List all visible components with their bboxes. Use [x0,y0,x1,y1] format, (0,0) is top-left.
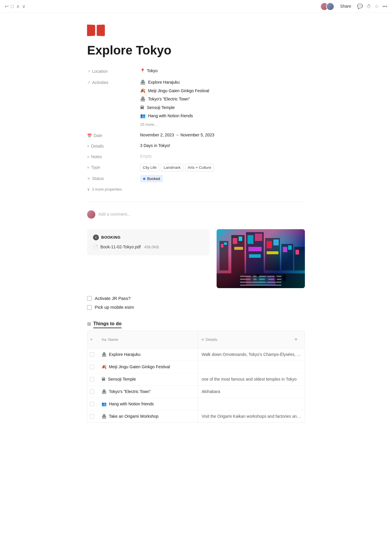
row-name-4[interactable]: Hang with Notion friends [109,401,154,407]
type-label[interactable]: ≡ Type [87,164,140,171]
details-icon: ≡ [87,143,89,149]
add-column-button[interactable]: + [291,333,301,346]
activity-item-2[interactable]: 🏯 Tokyo's "Electric Town" [140,95,305,103]
row-checkbox-cell-5 [87,411,98,422]
row-details-1[interactable] [198,364,305,370]
row-details-0[interactable]: Walk down Omotesando, Tokyo's Champs-Ély… [198,349,305,361]
table-row-3[interactable]: 🏯 Tokyo's "Electric Town" Akihabara [87,386,305,398]
location-value[interactable]: 📍 Tokyo [140,68,305,74]
more-activities[interactable]: 15 more... [140,120,305,129]
table-row-1[interactable]: 🍂 Meiji Jingu Gaien Ginkgo Festival [87,361,305,373]
svg-rect-18 [288,245,292,250]
row-details-5[interactable]: Visit the Origami Kaikan workshops and f… [198,410,305,422]
row-details-4[interactable] [198,401,305,407]
notes-label-text: Notes [91,154,102,160]
history-icon[interactable]: ⏱ [366,3,371,10]
date-label[interactable]: 📅 Date [87,132,140,139]
header-name[interactable]: Aa Name [98,331,198,348]
notes-value[interactable]: Empty [140,153,305,159]
page-icon[interactable]: □ [11,3,14,10]
activity-item[interactable]: 🏯 Explore Harajuku [140,78,305,86]
notes-label[interactable]: ≡ Notes [87,153,140,160]
svg-rect-10 [248,247,262,251]
page-icon-block[interactable] [87,25,305,36]
row-name-0[interactable]: Explore Harajuku [109,351,140,358]
checkbox-item-1[interactable]: Pick up mobile esim [87,304,305,311]
tag-city-life[interactable]: City Life [140,164,159,171]
comment-icon[interactable]: 💬 [357,3,363,10]
activity-icon-2: 🏯 [140,96,146,103]
activities-row: ↗ Activities 🏯 Explore Harajuku 🍂 Meiji … [87,77,305,130]
tag-arts-culture[interactable]: Arts + Culture [185,164,214,171]
row-details-3[interactable]: Akihabara [198,386,305,398]
back-icon[interactable]: ↩ [5,3,9,10]
details-value[interactable]: 3 Days in Tokyo! [140,143,305,149]
activity-item-1[interactable]: 🍂 Meiji Jingu Gaien Ginkgo Festival [140,87,305,95]
row-checkbox-cell-4 [87,399,98,409]
date-value[interactable]: November 2, 2023 → November 5, 2023 [140,132,305,138]
table-row-4[interactable]: 👥 Hang with Notion friends [87,398,305,410]
status-badge[interactable]: Booked [140,175,163,183]
notes-icon: ≡ [87,154,89,160]
row-name-3[interactable]: Tokyo's "Electric Town" [109,389,151,395]
row-checkbox-cell-1 [87,362,98,372]
row-name-cell-0: 🏯 Explore Harajuku [98,349,198,361]
comment-avatar [87,210,95,219]
row-checkbox-4[interactable] [90,402,94,406]
row-name-2[interactable]: Sensoji Temple [108,376,136,382]
row-name-cell-4: 👥 Hang with Notion friends [98,398,198,410]
table-row[interactable]: 🏯 Explore Harajuku Walk down Omotesando,… [87,349,305,361]
table-row-5[interactable]: 🏯 Take an Origami Workshop Visit the Ori… [87,410,305,422]
row-name-5[interactable]: Take an Origami Workshop [109,413,159,420]
header-details[interactable]: ≡ Details + [198,331,305,348]
page-title[interactable]: Explore Tokyo [87,43,305,58]
activity-name-0: Explore Harajuku [148,79,180,85]
type-icon: ≡ [87,165,89,171]
svg-rect-31 [246,276,275,285]
status-value[interactable]: Booked [140,175,305,183]
more-props-label: 3 more properties [92,186,122,192]
row-checkbox-2[interactable] [90,377,94,382]
topbar: ↩ □ ∧ ∨ Share 💬 ⏱ ☆ ••• [0,0,392,13]
chevron-up-icon[interactable]: ∧ [16,3,20,10]
activity-item-4[interactable]: 👥 Hang with Notion friends [140,112,305,120]
table-row-2[interactable]: 🏛 Sensoji Temple one of the most famous … [87,373,305,386]
row-checkbox-0[interactable] [90,352,94,357]
more-icon[interactable]: ••• [382,3,387,10]
details-label[interactable]: ≡ Details [87,143,140,149]
status-label[interactable]: ✳ Status [87,175,140,182]
checkbox-item-0[interactable]: Activate JR Pass? [87,295,305,302]
booking-row: i BOOKING 📄 Book-11-02-Tokyo.pdf 458.0KB [87,229,305,288]
tokyo-image [217,229,305,288]
chevron-down-icon[interactable]: ∨ [22,3,26,10]
row-name-1[interactable]: Meiji Jingu Gaien Ginkgo Festival [109,364,170,370]
details-row: ≡ Details 3 Days in Tokyo! [87,141,305,151]
activities-value: 🏯 Explore Harajuku 🍂 Meiji Jingu Gaien G… [140,78,305,128]
checkbox-0[interactable] [87,296,92,301]
comment-placeholder[interactable]: Add a comment... [98,211,131,217]
book-icon [87,25,305,36]
comment-row[interactable]: Add a comment... [87,207,305,222]
header-name-type: Aa [102,337,106,343]
share-button[interactable]: Share [338,2,353,11]
row-checkbox-cell-2 [87,374,98,384]
activity-item-3[interactable]: 🏛 Sensoji Temple [140,104,305,112]
row-checkbox-5[interactable] [90,414,94,419]
status-icon: ✳ [87,176,90,182]
svg-rect-5 [239,237,242,241]
row-details-2[interactable]: one of the most famous and oldest temple… [198,373,305,385]
checkbox-1[interactable] [87,305,92,310]
row-name-cell-1: 🍂 Meiji Jingu Gaien Ginkgo Festival [98,361,198,373]
tag-landmark[interactable]: Landmark [161,164,183,171]
star-icon[interactable]: ☆ [375,3,379,10]
location-arrow-icon: ↗ [87,69,90,75]
location-label[interactable]: ↗ Location [87,68,140,75]
row-checkbox-1[interactable] [90,365,94,369]
booking-file[interactable]: 📄 Book-11-02-Tokyo.pdf 458.0KB [93,244,204,250]
more-properties[interactable]: ∨ 3 more properties [87,184,305,195]
activities-label[interactable]: ↗ Activities [87,78,140,86]
checkbox-label-0: Activate JR Pass? [95,295,131,302]
type-value[interactable]: City Life Landmark Arts + Culture [140,164,305,171]
book-page-right [97,24,105,36]
row-checkbox-3[interactable] [90,389,94,394]
